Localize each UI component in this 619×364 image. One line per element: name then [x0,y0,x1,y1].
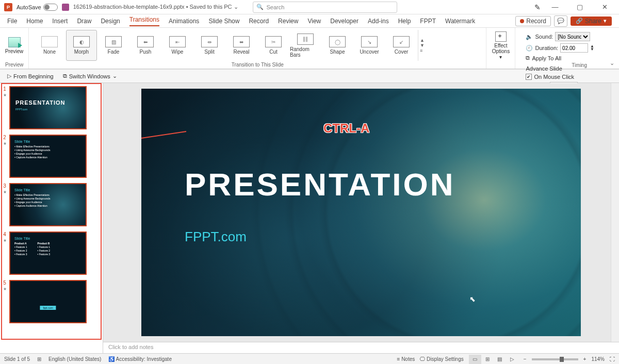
slide-preview[interactable]: PRESENTATION FPPT.com CTRL-A ⬉ [141,89,581,336]
clock-icon: 🕘 [526,45,533,52]
thumbnail-row: 4★Slide TitleProduct A• Feature 1• Featu… [2,231,101,275]
transition-gallery-more[interactable]: ▲▼≡ [418,30,425,61]
close-button[interactable]: ✕ [594,0,615,14]
vertical-scrollbar[interactable] [611,83,619,342]
maximize-button[interactable]: ▢ [569,0,590,14]
ribbon: Preview Preview None◐Morph▨Fade⬅Push⇤Wip… [0,28,619,69]
normal-view-button[interactable]: ▭ [469,355,481,364]
autosave-label: AutoSave [17,4,41,10]
chevron-down-icon: ⌄ [112,73,117,79]
toggle-off-icon[interactable] [43,4,58,11]
transition-uncover[interactable]: ↘Uncover [354,30,385,61]
mouse-cursor-icon: ⬉ [469,295,476,303]
ctrl-a-annotation: CTRL-A [323,121,369,136]
preview-button[interactable]: Preview [5,37,24,54]
powerpoint-app-icon: P [4,3,12,11]
animation-star-icon: ★ [3,141,7,146]
zoom-in-button[interactable]: + [583,356,587,362]
apply-all-icon: ⧉ [526,55,530,61]
transition-random-bars[interactable]: ∥∥Random Bars [290,30,321,61]
menu-design[interactable]: Design [101,18,120,25]
notes-pane[interactable]: Click to add notes [103,342,619,353]
autosave-toggle[interactable]: AutoSave [17,4,58,11]
menu-insert[interactable]: Insert [52,18,68,25]
title-bar: P AutoSave 162619-abstraction-blue-templ… [0,0,619,14]
share-button[interactable]: 🔗 Share ▾ [571,16,612,26]
transition-icon: ▨ [105,36,122,47]
from-beginning-button[interactable]: ▷ From Beginning [5,72,56,80]
slide-thumbnail-2[interactable]: Slide Title• Make Effective Presentation… [9,135,87,178]
transition-split[interactable]: ⇹Split [194,30,225,61]
play-icon: ▷ [7,73,11,79]
notes-button[interactable]: ≡ Notes [397,356,415,362]
save-icon[interactable] [62,4,69,11]
apply-to-all-button[interactable]: ⧉ Apply To All [526,55,594,61]
slide-thumbnail-panel[interactable]: 1★PRESENTATIONFPPT.com2★Slide Title• Mak… [0,83,103,353]
svg-line-0 [141,131,186,142]
thumbnail-number: 5★ [2,280,7,291]
effect-options-button[interactable]: ✦ EffectOptions ▾ [492,31,510,60]
display-settings-button[interactable]: 🖵 Display Settings [420,356,463,362]
sound-select[interactable]: [No Sound] [555,32,590,41]
arrow-annotation-icon [141,129,189,150]
menu-transitions[interactable]: Transitions [129,16,159,26]
reading-view-button[interactable]: ▤ [494,355,506,364]
main-area: 1★PRESENTATIONFPPT.com2★Slide Title• Mak… [0,83,619,353]
menu-developer[interactable]: Developer [330,18,359,25]
transition-icon: ↙ [393,36,410,47]
on-mouse-click-checkbox[interactable]: ✔ [526,74,532,80]
transition-gallery: None◐Morph▨Fade⬅Push⇤Wipe⇹Split⬌Reveal✂C… [34,30,481,61]
fit-to-window-button[interactable]: ⛶ [610,356,615,362]
transition-push[interactable]: ⬅Push [130,30,161,61]
zoom-percent[interactable]: 114% [591,356,605,362]
transition-cut[interactable]: ✂Cut [258,30,289,61]
transition-wipe[interactable]: ⇤Wipe [162,30,193,61]
slide-thumbnail-3[interactable]: Slide Title• Make Effective Presentation… [9,183,87,226]
thumbnail-number: 3★ [2,183,7,194]
sorter-view-button[interactable]: ⊞ [481,355,494,364]
menu-addins[interactable]: Add-ins [368,18,389,25]
spinner-icon[interactable]: ▲▼ [590,45,594,52]
accessibility-icon: ⊞ [37,356,41,362]
search-input[interactable]: 🔍 Search [253,2,397,13]
comments-button[interactable]: 💬 [554,15,567,27]
transition-morph[interactable]: ◐Morph [66,30,97,61]
slide-thumbnail-5[interactable]: fppt.com [9,280,87,323]
transition-shape[interactable]: ◯Shape [322,30,353,61]
slide-counter[interactable]: Slide 1 of 5 [4,356,30,362]
status-bar: Slide 1 of 5 ⊞ English (United States) ♿… [0,353,619,364]
pen-icon[interactable]: ✎ [534,3,541,11]
transition-icon: ◯ [329,36,346,47]
slide-thumbnail-4[interactable]: Slide TitleProduct A• Feature 1• Feature… [9,231,87,275]
duration-input[interactable] [560,43,588,53]
zoom-slider[interactable] [532,358,578,360]
record-button[interactable]: Record [515,16,551,26]
menu-home[interactable]: Home [26,18,43,25]
menu-file[interactable]: File [7,18,17,25]
menu-help[interactable]: Help [398,18,411,25]
transition-reveal[interactable]: ⬌Reveal [226,30,257,61]
menu-review[interactable]: Review [278,18,298,25]
transition-group-label: Transition to This Slide [34,61,481,68]
thumbnail-number: 2★ [2,135,7,146]
slideshow-view-button[interactable]: ▷ [506,355,518,364]
transition-none[interactable]: None [34,30,65,61]
transition-icon: ⬅ [137,36,154,47]
menu-record[interactable]: Record [249,18,269,25]
zoom-out-button[interactable]: − [524,356,527,362]
slide-thumbnail-1[interactable]: PRESENTATIONFPPT.com [9,86,87,129]
transition-fade[interactable]: ▨Fade [98,30,129,61]
menu-watermark[interactable]: Watermark [445,18,475,25]
ribbon-collapse-button[interactable]: ⌄ [605,28,619,69]
switch-windows-button[interactable]: ⧉ Switch Windows ⌄ [61,72,119,80]
menu-animations[interactable]: Animations [169,18,199,25]
language-indicator[interactable]: English (United States) [48,356,101,362]
view-mode-buttons: ▭ ⊞ ▤ ▷ [469,355,518,364]
accessibility-status[interactable]: ♿ Accessibility: Investigate [108,356,172,362]
transition-cover[interactable]: ↙Cover [386,30,417,61]
menu-view[interactable]: View [307,18,321,25]
menu-slideshow[interactable]: Slide Show [208,18,239,25]
minimize-button[interactable]: — [545,0,565,14]
menu-draw[interactable]: Draw [77,18,91,25]
menu-fppt[interactable]: FPPT [420,18,436,25]
